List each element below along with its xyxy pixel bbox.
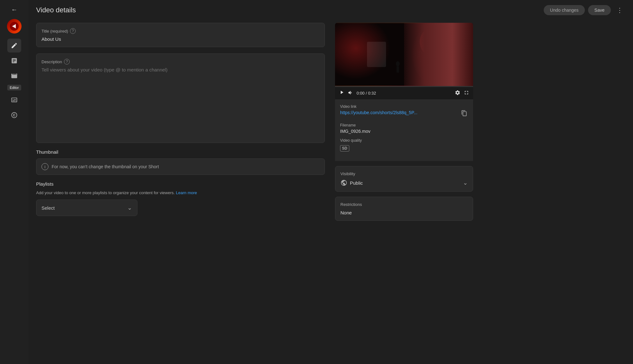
back-button[interactable]: ←	[8, 3, 21, 16]
svg-rect-2	[404, 23, 473, 86]
content-area: Title (required) ? Description ? Thumbna…	[28, 20, 633, 364]
svg-rect-7	[396, 66, 399, 73]
video-link-label: Video link	[340, 104, 468, 109]
chevron-down-icon: ⌄	[127, 204, 132, 211]
video-info: Video link https://youtube.com/shorts/2l…	[335, 99, 473, 161]
filename-label: Filename	[340, 123, 468, 127]
description-help-icon[interactable]: ?	[64, 59, 70, 65]
progress-bar	[335, 86, 473, 87]
visibility-card[interactable]: Visibility Public ⌄	[335, 166, 473, 192]
right-panel: 0:00 / 0:32 Video link	[332, 20, 478, 364]
avatar[interactable]	[7, 19, 22, 34]
thumbnail-notice: i For now, you can't change the thumbnai…	[36, 158, 325, 175]
fullscreen-button[interactable]	[464, 90, 469, 97]
more-options-button[interactable]: ⋮	[614, 5, 625, 15]
volume-icon	[348, 90, 353, 96]
play-icon	[339, 89, 345, 95]
svg-point-6	[396, 61, 400, 66]
title-field-box: Title (required) ?	[36, 23, 325, 47]
filename-value: IMG_0926.mov	[340, 129, 468, 134]
main-area: Video details Undo changes Save ⋮ Title …	[28, 0, 633, 364]
globe-icon	[340, 179, 347, 186]
time-display: 0:00 / 0:32	[357, 91, 452, 96]
analytics-icon	[11, 57, 18, 64]
save-button[interactable]: Save	[588, 5, 611, 15]
channel-logo	[9, 22, 19, 31]
avatar-image	[7, 19, 22, 34]
playlists-description: Add your video to one or more playlists …	[36, 190, 325, 195]
playlists-section-title: Playlists	[36, 181, 325, 187]
fullscreen-icon	[464, 90, 469, 96]
sidebar-item-edit[interactable]	[7, 39, 21, 52]
sidebar-item-clips[interactable]	[7, 69, 21, 83]
learn-more-link[interactable]: Learn more	[176, 190, 197, 195]
select-placeholder: Select	[41, 205, 55, 211]
player-controls: 0:00 / 0:32	[335, 87, 473, 99]
sidebar-item-analytics[interactable]	[7, 54, 21, 68]
page-title: Video details	[36, 6, 544, 14]
restrictions-value: None	[340, 210, 468, 215]
restrictions-card: Restrictions None	[335, 197, 473, 221]
play-button[interactable]	[339, 89, 345, 97]
visibility-left: Public	[340, 179, 363, 186]
editor-badge: Editor	[7, 85, 22, 90]
video-link-row: Video link https://youtube.com/shorts/2l…	[340, 104, 468, 119]
video-thumbnail	[335, 23, 473, 86]
video-link-value[interactable]: https://youtube.com/shorts/2ls88q_5P...	[340, 110, 417, 115]
clips-icon	[11, 72, 18, 79]
restrictions-label: Restrictions	[340, 202, 468, 207]
filename-row: Filename IMG_0926.mov	[340, 123, 468, 134]
back-icon: ←	[11, 6, 17, 13]
header: Video details Undo changes Save ⋮	[28, 0, 633, 20]
thumbnail-section-title: Thumbnail	[36, 149, 325, 155]
settings-icon	[455, 90, 460, 96]
undo-changes-button[interactable]: Undo changes	[544, 5, 585, 15]
description-textarea[interactable]	[41, 67, 320, 137]
visibility-label: Visibility	[340, 171, 468, 176]
form-panel: Title (required) ? Description ? Thumbna…	[28, 20, 332, 364]
title-help-icon[interactable]: ?	[70, 28, 76, 34]
sidebar-item-subtitles[interactable]	[7, 93, 21, 107]
visibility-chevron-icon: ⌄	[463, 179, 468, 186]
playlists-select[interactable]: Select ⌄	[36, 200, 137, 216]
video-player: 0:00 / 0:32	[335, 23, 473, 99]
title-field-label: Title (required) ?	[41, 28, 320, 34]
title-input[interactable]	[41, 36, 320, 42]
sidebar: ← Editor	[0, 0, 28, 364]
visibility-value: Public	[350, 180, 363, 186]
header-actions: Undo changes Save ⋮	[544, 5, 625, 15]
video-link-value-row: https://youtube.com/shorts/2ls88q_5P...	[340, 110, 468, 119]
quality-badge: SD	[340, 145, 349, 151]
info-icon: i	[41, 163, 48, 170]
copyright-icon	[11, 112, 18, 119]
visibility-value-row: Public ⌄	[340, 179, 468, 186]
copy-icon	[461, 110, 467, 116]
edit-icon	[11, 42, 18, 49]
settings-button[interactable]	[455, 90, 460, 97]
thumbnail-image	[335, 23, 473, 86]
svg-point-5	[446, 37, 462, 59]
sidebar-item-copyright[interactable]	[7, 108, 21, 122]
copy-link-button[interactable]	[460, 109, 468, 119]
quality-label: Video quality	[340, 138, 468, 143]
volume-button[interactable]	[348, 90, 353, 97]
description-field-label: Description ?	[41, 59, 320, 65]
thumbnail-notice-text: For now, you can't change the thumbnail …	[52, 164, 159, 169]
svg-rect-3	[335, 23, 404, 86]
svg-point-4	[420, 29, 439, 54]
quality-row: Video quality SD	[340, 138, 468, 151]
subtitles-icon	[11, 96, 18, 103]
description-field-box: Description ?	[36, 53, 325, 143]
